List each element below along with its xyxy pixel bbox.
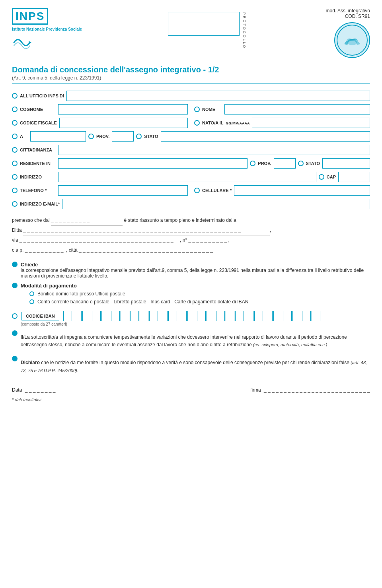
nome-radio[interactable] (194, 107, 200, 112)
iban-cell-7[interactable] (121, 311, 129, 321)
iban-cell-2[interactable] (73, 311, 82, 321)
iban-cell-24[interactable] (283, 311, 292, 321)
res-radio[interactable] (12, 161, 18, 166)
dichiaro-section: Dichiaro che le notizie da me fornite in… (12, 356, 370, 377)
cell-radio[interactable] (194, 188, 200, 193)
option2-circle[interactable] (29, 299, 34, 304)
cell-col: CELLULARE * (194, 185, 370, 196)
iban-cell-25[interactable] (292, 311, 301, 321)
iban-cell-22[interactable] (264, 311, 273, 321)
iban-cell-9[interactable] (140, 311, 148, 321)
iban-cell-19[interactable] (235, 311, 244, 321)
stato2-radio[interactable] (298, 161, 304, 166)
email-input[interactable] (62, 199, 370, 209)
stato-radio[interactable] (136, 134, 142, 139)
a-radio[interactable] (12, 134, 18, 139)
email-row: INDIRIZZO E-MAIL* (12, 199, 370, 209)
nato-col: NATO/A IL GG/MM/AAAA (194, 118, 370, 128)
citt-radio[interactable] (12, 147, 18, 153)
ind-radio[interactable] (12, 174, 18, 180)
option1-text: Bonifico domiciliato presso Ufficio post… (37, 291, 125, 297)
ufficio-input[interactable] (66, 91, 370, 101)
iban-cell-6[interactable] (111, 311, 120, 321)
emblem-icon (336, 24, 368, 56)
tel-col: TELEFONO * (12, 185, 188, 196)
emblem-circle (334, 22, 370, 58)
prov-label: PROV. (96, 134, 109, 139)
prov2-input[interactable] (274, 158, 296, 169)
ind-input[interactable] (58, 172, 316, 182)
iban-cell-14[interactable] (187, 311, 196, 321)
tel-input[interactable] (58, 185, 188, 196)
nato-radio[interactable] (194, 120, 200, 126)
cognome-input[interactable] (58, 104, 188, 114)
stato2-label: STATO (306, 161, 320, 166)
iban-cell-4[interactable] (92, 311, 101, 321)
address-block: premesso che dal _ _ _ _ _ _ _ _ _ _ è s… (12, 215, 370, 255)
iban-cell-10[interactable] (149, 311, 158, 321)
ind-label: INDIRIZZO (20, 175, 56, 179)
cell-input[interactable] (234, 185, 370, 196)
email-label: INDIRIZZO E-MAIL* (20, 202, 60, 206)
cf-nato-row: CODICE FISCALE NATO/A IL GG/MM/AAAA (12, 118, 370, 128)
citta-label: , città (66, 247, 78, 253)
iban-cell-20[interactable] (245, 311, 253, 321)
citt-label: CITTADINANZA (20, 147, 56, 152)
cap-input[interactable] (338, 172, 370, 182)
iban-cell-18[interactable] (226, 311, 234, 321)
premesso-blank: _ _ _ _ _ _ _ _ _ _ (51, 215, 123, 225)
nato-input[interactable] (252, 118, 370, 128)
riassunto-text: è stato riassunto a tempo pieno e indete… (124, 217, 236, 223)
email-radio[interactable] (12, 201, 18, 207)
cognome-radio[interactable] (12, 107, 18, 112)
nome-input[interactable] (224, 104, 370, 114)
iban-radio[interactable] (12, 313, 18, 319)
tel-radio[interactable] (12, 188, 18, 193)
logo-area: INPS Istituto Nazionale Previdenza Socia… (12, 8, 82, 50)
svg-marker-0 (29, 41, 31, 44)
prov-input[interactable] (112, 131, 134, 142)
iban-cell-13[interactable] (178, 311, 187, 321)
iban-label: CODICE IBAN (21, 312, 59, 320)
footer-data: Data _ _ _ _ _ _ _ _ (12, 387, 57, 393)
chiede-section: Chiede la corresponsione dell'assegno in… (12, 262, 370, 279)
dich-content: Dichiaro che le notizie da me fornite in… (21, 359, 370, 374)
nome-label: NOME (202, 107, 222, 112)
iban-cell-3[interactable] (82, 311, 91, 321)
iban-cell-5[interactable] (101, 311, 110, 321)
page-subtitle: (Art. 9, comma 5, della legge n. 223/199… (12, 75, 370, 81)
iban-cell-12[interactable] (168, 311, 177, 321)
prov2-radio[interactable] (250, 161, 255, 166)
iban-cell-26[interactable] (302, 311, 311, 321)
a-input[interactable] (30, 131, 86, 142)
iban-cell-1[interactable] (63, 311, 72, 321)
cognome-nome-row: COGNOME NOME (12, 104, 370, 114)
chiede-heading: Chiede (21, 262, 38, 268)
iban-cell-17[interactable] (216, 311, 225, 321)
stato2-input[interactable] (322, 158, 370, 169)
prov2-label: PROV. (258, 161, 271, 166)
iban-cell-21[interactable] (254, 311, 263, 321)
iban-cell-16[interactable] (207, 311, 215, 321)
ufficio-row: ALL'UFFICIO INPS DI (12, 91, 370, 101)
iban-cell-23[interactable] (273, 311, 282, 321)
iban-cell-27[interactable] (312, 311, 320, 321)
stato-input[interactable] (161, 131, 370, 142)
option1-circle[interactable] (29, 291, 34, 296)
option2-text: Conto corrente bancario o postale - Libr… (37, 299, 248, 305)
cap-radio[interactable] (319, 174, 324, 180)
footer-row: Data _ _ _ _ _ _ _ _ firma _ _ _ _ _ _ _… (12, 387, 370, 393)
res-input[interactable] (58, 158, 248, 169)
iban-cell-8[interactable] (130, 311, 139, 321)
citt-input[interactable] (58, 145, 370, 155)
iban-cell-11[interactable] (159, 311, 168, 321)
a-label: A (20, 134, 28, 139)
iban-cell-15[interactable] (197, 311, 206, 321)
ufficio-radio[interactable] (12, 93, 18, 99)
cf-radio[interactable] (12, 120, 18, 126)
footer-note: * dati facoltativi (12, 397, 370, 402)
cittadinanza-row: CITTADINANZA (12, 145, 370, 155)
prov-radio[interactable] (88, 134, 94, 139)
cf-input[interactable] (59, 118, 188, 128)
res-label: RESIDENTE IN (20, 161, 56, 166)
